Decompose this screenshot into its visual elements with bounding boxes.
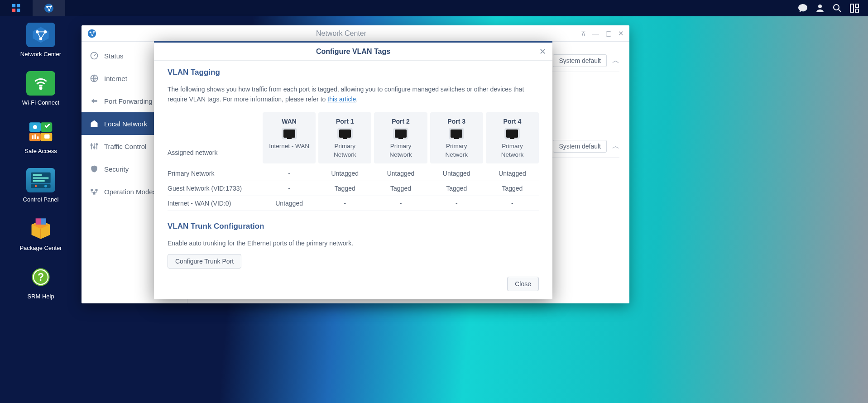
desktop-icon-safe-access[interactable]: Safe Access <box>14 120 68 154</box>
window-title: Network Center <box>101 29 581 38</box>
ethernet-jack-icon <box>506 130 518 138</box>
desktop-icon-label: Control Panel <box>23 196 59 203</box>
svg-point-9 <box>834 5 839 10</box>
svg-point-46 <box>93 147 95 148</box>
vlan-cell: Untagged <box>374 166 427 181</box>
desktop-icon-wifi-connect[interactable]: Wi-Fi Connect <box>14 71 68 106</box>
taskbar-app-network-center[interactable] <box>33 0 65 16</box>
ethernet-jack-icon <box>395 130 407 138</box>
wifi-icon <box>26 71 55 96</box>
desktop-icon-label: SRM Help <box>27 293 54 300</box>
dashboard-icon[interactable] <box>849 3 860 14</box>
svg-point-4 <box>44 4 53 13</box>
ethernet-jack-icon <box>283 130 295 138</box>
configure-trunk-port-button[interactable]: Configure Trunk Port <box>168 254 241 269</box>
desktop-icons: Network Center Wi-Fi Connect Safe Access… <box>14 23 68 300</box>
vlan-cell: Tagged <box>430 181 483 196</box>
svg-rect-26 <box>44 134 50 139</box>
svg-point-8 <box>818 5 822 8</box>
window-pin-icon[interactable]: ⊼ <box>581 29 586 38</box>
network-center-icon <box>26 23 55 47</box>
system-default-select-1[interactable]: System default <box>553 54 607 67</box>
port-column-1: Port 1PrimaryNetwork <box>318 112 371 163</box>
vlan-cell: Tagged <box>318 181 371 196</box>
vlan-cell: Untagged <box>486 166 539 181</box>
port-column-0: WANInternet - WAN <box>263 112 316 163</box>
port-column-4: Port 4PrimaryNetwork <box>486 112 539 163</box>
desktop-icon-network-center[interactable]: Network Center <box>14 23 68 58</box>
window-titlebar: Network Center ⊼ — ▢ ✕ <box>82 25 629 42</box>
ethernet-jack-icon <box>339 130 351 138</box>
home-network-icon <box>90 119 99 128</box>
grid-icon <box>11 3 21 13</box>
vlan-cell: - <box>263 181 316 196</box>
ethernet-jack-icon <box>451 130 462 138</box>
svg-rect-29 <box>33 178 49 179</box>
svg-rect-1 <box>17 4 20 7</box>
system-default-select-2[interactable]: System default <box>553 140 607 153</box>
network-center-icon <box>43 3 54 14</box>
sliders-icon <box>90 142 99 151</box>
globe-icon <box>90 74 99 83</box>
modal-configure-vlan-tags: Configure VLAN Tags ✕ VLAN Tagging The f… <box>154 41 552 299</box>
port-assigned-value: PrimaryNetwork <box>488 142 537 158</box>
search-icon[interactable] <box>832 3 843 14</box>
port-name: Port 4 <box>488 118 537 125</box>
desktop-icon-srm-help[interactable]: ? SRM Help <box>14 265 68 300</box>
user-icon[interactable] <box>815 3 825 14</box>
window-maximize-icon[interactable]: ▢ <box>605 29 612 38</box>
vlan-cell: - <box>263 166 316 181</box>
vlan-cell: Untagged <box>430 166 483 181</box>
shield-icon <box>90 164 99 173</box>
vlan-description: The following shows you how traffic from… <box>168 85 539 104</box>
vlan-row-label: Internet - WAN (VID:0) <box>168 196 263 211</box>
port-assignment-row: Assigned network WANInternet - WANPort 1… <box>168 112 539 163</box>
section-title-trunk: VLAN Trunk Configuration <box>168 222 539 231</box>
vlan-cell: Tagged <box>374 181 427 196</box>
window-minimize-icon[interactable]: — <box>592 29 599 38</box>
forward-icon <box>90 96 99 106</box>
port-assigned-value: Internet - WAN <box>264 142 314 150</box>
svg-rect-25 <box>37 136 38 139</box>
chevron-up-icon[interactable]: ︿ <box>612 56 619 66</box>
svg-rect-28 <box>33 174 42 176</box>
desktop-icon-label: Package Center <box>19 245 62 251</box>
sidebar-item-label: Security <box>104 165 129 173</box>
trunk-description: Enable auto trunking for the Ethernet po… <box>168 239 539 249</box>
svg-rect-35 <box>41 218 46 225</box>
port-name: Port 1 <box>320 118 369 125</box>
svg-text:?: ? <box>38 271 44 283</box>
taskbar-launcher[interactable] <box>0 0 33 16</box>
vlan-rows: Primary Network-UntaggedUntaggedUntagged… <box>168 166 539 211</box>
svg-point-32 <box>35 185 37 187</box>
sidebar-item-label: Port Forwarding <box>104 97 153 105</box>
svg-point-39 <box>88 29 96 37</box>
vlan-row-label: Primary Network <box>168 166 263 181</box>
sidebar-item-label: Status <box>104 52 124 60</box>
control-panel-icon <box>26 168 55 192</box>
help-icon: ? <box>26 265 55 289</box>
vlan-cell: - <box>430 196 483 211</box>
desktop-icon-label: Wi-Fi Connect <box>22 99 59 106</box>
close-button[interactable]: Close <box>507 277 539 291</box>
vlan-row: Internet - WAN (VID:0)Untagged---- <box>168 196 539 211</box>
window-close-icon[interactable]: ✕ <box>618 29 624 38</box>
svg-point-47 <box>96 144 97 145</box>
section-title-vlan-tagging: VLAN Tagging <box>168 68 539 77</box>
vlan-cell: - <box>318 196 371 211</box>
desktop-icon-package-center[interactable]: Package Center <box>14 216 68 251</box>
vlan-cell: Untagged <box>318 166 371 181</box>
vlan-cell: Tagged <box>486 181 539 196</box>
help-article-link[interactable]: this article <box>327 96 356 103</box>
svg-rect-0 <box>12 4 15 7</box>
chat-icon[interactable] <box>797 3 808 14</box>
divider <box>168 233 539 233</box>
svg-rect-31 <box>31 184 50 188</box>
svg-rect-2 <box>12 9 15 12</box>
desktop-icon-control-panel[interactable]: Control Panel <box>14 168 68 203</box>
modal-close-icon[interactable]: ✕ <box>539 47 546 57</box>
svg-rect-11 <box>855 4 858 8</box>
svg-point-17 <box>40 87 42 89</box>
chevron-up-icon[interactable]: ︿ <box>612 142 619 151</box>
sidebar-item-label: Local Network <box>104 120 147 128</box>
